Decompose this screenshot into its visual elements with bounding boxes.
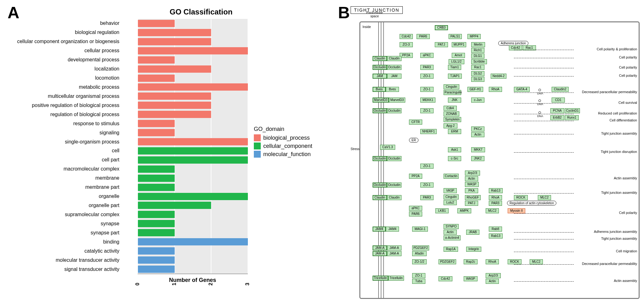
bar: [138, 93, 211, 100]
outcome-label: Decreased paracellular permeability: [582, 262, 637, 266]
panel-label-A: A: [8, 3, 19, 22]
bar: [138, 47, 248, 54]
bar: [138, 56, 175, 64]
gene-box: Merlin: [471, 42, 485, 47]
bar: [138, 229, 175, 236]
gene-box: LGL1/2: [449, 59, 464, 64]
bar: [138, 83, 248, 91]
gene-box: Occludin: [373, 108, 387, 113]
gene-box: Occludin: [373, 182, 387, 188]
gene-box: Rap1A: [444, 247, 458, 252]
y-tick-label: synapse: [6, 221, 119, 227]
outcome-arrow: [514, 50, 574, 50]
gene-box: ROCK: [508, 259, 521, 264]
gene-box: PALS1: [449, 34, 462, 39]
gene-box: JRAB: [466, 230, 479, 235]
stress-label: Stress: [351, 147, 359, 151]
gene-box: AMPK: [457, 208, 471, 213]
gene-box: TJAP1: [448, 74, 462, 79]
gene-box: JNK2: [471, 156, 484, 161]
gene-box: PDZGEF2: [439, 259, 456, 264]
gene-box: Runx1: [565, 115, 579, 120]
gene-box: Claudin: [373, 195, 387, 200]
y-tick-label: biological regulation: [6, 30, 119, 35]
gene-box: Cortactin: [444, 174, 459, 179]
gene-box: MKK7: [471, 147, 485, 152]
y-tick-label: catalytic activity: [6, 248, 119, 254]
gene-box: c-Jun: [471, 98, 484, 103]
gene-box: MLC2: [538, 195, 551, 200]
gene-box: JAM-A: [373, 251, 387, 256]
gene-box: PKA: [465, 188, 478, 193]
gene-box: MPP4: [467, 34, 481, 39]
bar: [138, 129, 175, 136]
gene-box: Scribble: [471, 59, 487, 64]
bar: [138, 256, 175, 264]
gene-box: MarvelD3: [389, 98, 405, 103]
bar: [138, 175, 175, 182]
gene-box: CD1: [552, 98, 565, 103]
gene-box: ErbB2: [550, 115, 564, 120]
gene-box: PAR6: [409, 211, 422, 216]
y-tick-label: membrane: [6, 175, 119, 181]
y-tick-label: cell part: [6, 157, 119, 163]
gene-box: ZO-3: [400, 42, 413, 47]
outcome-label: Tight junction assembly: [601, 191, 637, 194]
gene-box: Paracingulin: [444, 90, 461, 95]
gene-box: RhoGEF: [465, 195, 481, 200]
gene-box: Rab13: [489, 233, 503, 238]
outcome-arrow: [514, 114, 574, 114]
gene-box: ZO-1/2: [412, 259, 427, 264]
gene-box: PKCz: [471, 126, 484, 132]
gene-box: JAM-A: [373, 245, 387, 250]
go-classification-chart: GO Classification behaviorbiological reg…: [19, 6, 333, 302]
gene-box: CyclinD1: [565, 108, 580, 113]
outcome-arrow: [514, 239, 574, 239]
y-tick-label: membrane part: [6, 184, 119, 190]
y-tick-label: metabolic process: [6, 84, 119, 90]
bar: [138, 266, 175, 273]
bar: [138, 75, 175, 82]
gene-box: Integrin: [466, 247, 481, 252]
y-tick-label: synapse part: [6, 230, 119, 236]
gene-box: Arp2/3: [486, 273, 501, 278]
gene-box: Cingulin: [444, 194, 459, 199]
gene-box: JAM4: [386, 227, 399, 232]
gene-box: Claudin: [373, 56, 387, 61]
gene-box: Cdc42: [439, 276, 452, 281]
y-tick-label: regulation of biological process: [6, 112, 119, 117]
gene-box: WASP: [465, 182, 479, 187]
gene-box: Tiam1: [448, 65, 461, 70]
gene-box: ZO-1: [420, 74, 434, 79]
gene-box: Tuba: [412, 279, 425, 284]
outcome-arrow: [514, 121, 574, 121]
chart-title: GO Classification: [170, 8, 232, 16]
outcome-arrow: [514, 252, 574, 252]
y-tick-label: supramolecular complex: [6, 212, 119, 217]
y-tick-label: signal transducer activity: [6, 267, 119, 272]
bar: [138, 156, 248, 164]
outcome-arrow: [514, 76, 574, 76]
outcome-arrow: [514, 103, 574, 104]
gene-box: Claudin: [387, 56, 401, 61]
outcome-arrow: [514, 193, 574, 194]
gene-box: JAM4: [373, 227, 386, 232]
gene-box: Cdk4: [444, 106, 457, 111]
gene-box: ROCK: [514, 195, 528, 200]
gene-box: PAR6: [417, 34, 430, 39]
gene-box: JAM: [387, 74, 401, 79]
gene-box: Symplekin: [444, 117, 461, 122]
gene-box: LKB1: [435, 208, 449, 213]
x-axis-label: Number of Genes: [138, 277, 248, 283]
gene-box: GEF-H1: [467, 87, 483, 92]
gene-box: JAM-A: [387, 245, 401, 250]
gene-box: CRB3: [435, 25, 448, 30]
y-tick-label: cellular component organization or bioge…: [6, 39, 119, 44]
gene-box: SYNPO: [444, 224, 459, 229]
gene-box: ZO-1: [420, 108, 434, 113]
gene-box: PAR3: [489, 201, 502, 206]
gene-box: Apg-2: [444, 123, 457, 128]
gene-box: Rich1: [471, 48, 484, 53]
gene-box: PAR3: [420, 65, 434, 70]
outcome-label: Cell polarity: [619, 65, 637, 69]
